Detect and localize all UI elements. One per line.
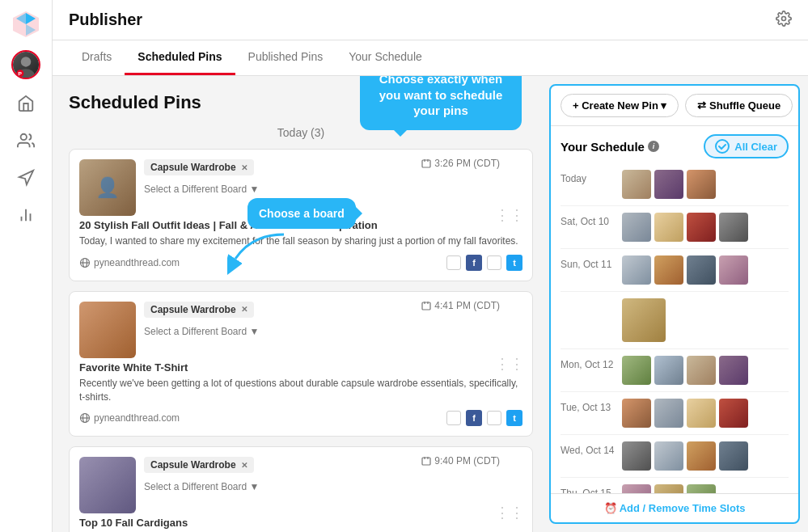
pin-source-2: pyneandthread.com [79, 412, 180, 424]
board-tag-x-2[interactable]: ✕ [241, 305, 247, 314]
pin-desc-2: Recently we've been getting a lot of que… [79, 377, 522, 404]
schedule-row-oct15: Thu, Oct 15 [561, 478, 789, 493]
pin-title-3: Top 10 Fall Cardigans [79, 517, 522, 529]
info-icon[interactable]: i [648, 141, 659, 152]
calendar-icon-2 [421, 301, 431, 310]
board-select-3[interactable]: Select a Different Board ▼ [144, 479, 522, 494]
pin-desc-1: Today, I wanted to share my excitement f… [79, 234, 522, 248]
board-select-1[interactable]: Select a Different Board ▼ [144, 182, 522, 196]
add-time-slots-button[interactable]: ⏰ Add / Remove Time Slots [559, 502, 790, 514]
schedule-date-oct10: Sat, Oct 10 [561, 213, 616, 227]
facebook-share-1[interactable]: f [466, 255, 482, 271]
check-box-2[interactable] [487, 255, 501, 270]
board-tag-x-3[interactable]: ✕ [241, 461, 247, 470]
sched-pin [622, 298, 666, 342]
pin-social-1: f t [446, 255, 522, 271]
drag-handle-1[interactable]: ⋮⋮ [495, 206, 524, 224]
nav-chart[interactable] [10, 199, 42, 231]
schedule-date-blank [561, 298, 616, 302]
schedule-date-oct13: Tue, Oct 13 [561, 399, 616, 413]
all-clear-badge[interactable]: All Clear [704, 134, 789, 158]
sched-pin [719, 255, 748, 285]
globe-icon [79, 257, 91, 268]
sched-pin [654, 441, 683, 471]
drag-handle-3[interactable]: ⋮⋮ [495, 504, 524, 521]
pin-social-2: f t [446, 410, 522, 426]
sched-pin [654, 213, 683, 242]
sched-pin [654, 484, 683, 493]
app-title: Publisher [69, 11, 142, 29]
pin-card-3: Capsule Wardrobe ✕ Select a Different Bo… [69, 446, 533, 532]
calendar-icon-3 [421, 456, 431, 466]
svg-rect-23 [422, 458, 430, 465]
tabs-bar: Drafts Scheduled Pins Published Pins You… [53, 40, 808, 76]
nav-home[interactable] [10, 87, 42, 120]
tab-published[interactable]: Published Pins [235, 40, 336, 75]
pin-card-2: Capsule Wardrobe ✕ Select a Different Bo… [69, 291, 533, 437]
check-circle-icon [715, 139, 730, 154]
check-box-3[interactable] [446, 411, 461, 425]
schedule-date-oct14: Wed, Oct 14 [561, 441, 616, 456]
facebook-share-2[interactable]: f [466, 410, 482, 426]
sched-pin [719, 213, 748, 242]
schedule-row-oct13: Tue, Oct 13 [561, 392, 789, 435]
pin-thumbnail-1: 👤 [79, 159, 136, 216]
schedule-pins-oct11b [622, 298, 666, 342]
schedule-pins-today [622, 170, 716, 199]
sched-pin [654, 170, 683, 199]
content-wrapper: Scheduled Pins Choose exactly when you w… [53, 76, 808, 532]
sched-pin [622, 399, 651, 428]
sched-pin [622, 441, 651, 471]
sched-pin [654, 356, 683, 385]
app-logo[interactable] [10, 8, 42, 40]
schedule-list: Today Sat, Oct 10 [551, 163, 798, 493]
schedule-date-oct12: Mon, Oct 12 [561, 356, 616, 370]
user-avatar[interactable]: P [11, 50, 40, 79]
pin-thumbnail-3 [79, 457, 136, 513]
sched-pin [622, 484, 651, 493]
sched-pin [687, 255, 716, 285]
schedule-pins-oct11 [622, 255, 748, 285]
sched-pin [687, 213, 716, 242]
nav-megaphone[interactable] [10, 162, 42, 194]
sched-pin [654, 399, 683, 428]
create-pin-button[interactable]: + Create New Pin ▾ [561, 94, 679, 117]
twitter-share-2[interactable]: t [506, 410, 522, 426]
board-tag-3: Capsule Wardrobe ✕ [144, 457, 254, 473]
main-content: Scheduled Pins Choose exactly when you w… [53, 76, 549, 532]
sched-pin [687, 170, 716, 199]
sched-pin [719, 399, 748, 428]
pin-source-1: pyneandthread.com [79, 257, 180, 268]
schedule-row-today: Today [561, 163, 789, 206]
board-select-2[interactable]: Select a Different Board ▼ [144, 324, 522, 339]
gear-button[interactable] [776, 11, 792, 30]
board-tag-x-1[interactable]: ✕ [241, 163, 247, 172]
panel-header: + Create New Pin ▾ ⇄ Shuffle Queue ⋮ [551, 86, 798, 126]
drag-handle-2[interactable]: ⋮⋮ [495, 355, 524, 373]
tab-schedule[interactable]: Your Schedule [336, 40, 435, 75]
sched-pin [687, 441, 716, 471]
twitter-share-1[interactable]: t [506, 255, 522, 271]
tab-drafts[interactable]: Drafts [69, 40, 125, 75]
main-area: Publisher Drafts Scheduled Pins Publishe… [53, 0, 808, 532]
schedule-header: Your Schedule i All Clear [551, 126, 798, 163]
schedule-date-oct15: Thu, Oct 15 [561, 484, 616, 493]
schedule-pins-oct10 [622, 213, 748, 242]
pin-time-3: 9:40 PM (CDT) [421, 455, 500, 467]
tab-scheduled[interactable]: Scheduled Pins [125, 40, 235, 75]
more-options-button[interactable]: ⋮ [799, 97, 800, 115]
right-panel: Keep track of your schedule + Create New… [549, 84, 800, 524]
svg-point-9 [782, 16, 786, 20]
pin-time-1: 3:26 PM (CDT) [421, 158, 500, 169]
nav-people[interactable] [10, 125, 42, 157]
tooltip-schedule: Choose exactly when you want to schedule… [360, 76, 522, 130]
schedule-title: Your Schedule i [561, 140, 659, 154]
schedule-pins-oct14 [622, 441, 748, 471]
check-box-4[interactable] [487, 411, 501, 425]
sidebar: P [0, 0, 53, 532]
schedule-row-oct11: Sun, Oct 11 [561, 249, 789, 292]
shuffle-queue-button[interactable]: ⇄ Shuffle Queue [685, 94, 793, 117]
panel-footer: ⏰ Add / Remove Time Slots [551, 493, 798, 522]
check-box-1[interactable] [446, 255, 461, 270]
header: Publisher [53, 0, 808, 40]
